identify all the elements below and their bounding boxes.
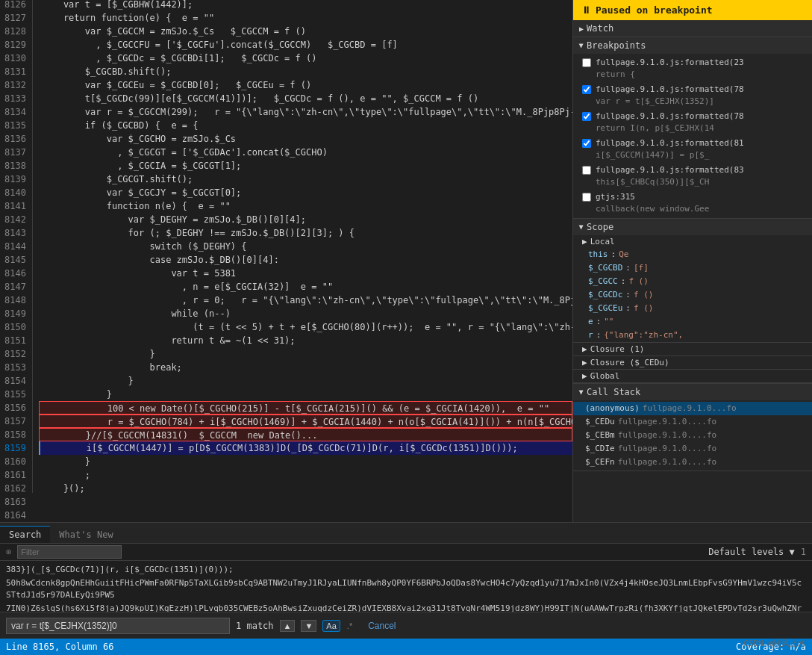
right-scroll[interactable]: ▶ Watch ▶ Breakpoints fullpage.9.1.0.js:… bbox=[573, 20, 812, 522]
global-header[interactable]: ▶ Global bbox=[573, 370, 812, 382]
code-line[interactable]: , n = e[$_CGCIA(32)] e = "" bbox=[39, 280, 572, 294]
line-number: 8130 bbox=[0, 52, 26, 65]
scope-header[interactable]: ▶ Scope bbox=[573, 219, 812, 235]
code-line[interactable]: var t = [$_CGBHW(1442)]; bbox=[39, 0, 572, 11]
breakpoint-item[interactable]: fullpage.9.1.0.js:formatted(23return { bbox=[573, 55, 812, 82]
code-line[interactable]: t[$_CGCDc(99)][e[$_CGCCM(41)])]; $_CGCDc… bbox=[39, 92, 572, 105]
code-editor[interactable]: 8124812581268127812881298130813181328133… bbox=[0, 0, 572, 522]
code-line[interactable]: break; bbox=[39, 361, 572, 374]
breakpoint-item[interactable]: fullpage.9.1.0.js:formatted(81i[$_CGCCM(… bbox=[573, 136, 812, 163]
prev-match-btn[interactable]: ▲ bbox=[280, 620, 296, 632]
scope-value: {"lang":"zh-cn", bbox=[604, 329, 683, 341]
code-line[interactable]: var $_CGCJY = $_CGCGT[0]; bbox=[39, 186, 572, 199]
bottom-tabs: Search What's New bbox=[0, 523, 812, 544]
call-stack-item[interactable]: $_CEDufullpage.9.1.0....fo bbox=[573, 415, 812, 429]
scope-item[interactable]: $_CGCEu: f () bbox=[573, 302, 812, 315]
code-line[interactable]: var $_CGCHO = zmSJo.$_Cs bbox=[39, 132, 572, 146]
breakpoint-checkbox[interactable] bbox=[582, 166, 591, 175]
closure-cedu-arrow: ▶ bbox=[582, 358, 587, 367]
watch-header[interactable]: ▶ Watch bbox=[573, 20, 812, 37]
code-line[interactable]: while (n--) bbox=[39, 307, 572, 320]
call-stack-item[interactable]: $_CEFnfullpage.9.1.0....fo bbox=[573, 456, 812, 469]
call-stack-item[interactable]: $_CEBmfullpage.9.1.0....fo bbox=[573, 429, 812, 442]
code-line[interactable]: } bbox=[39, 374, 572, 388]
code-line[interactable]: }(); bbox=[39, 482, 572, 493]
code-line[interactable]: } bbox=[39, 388, 572, 401]
code-line[interactable]: (t = (t << 5) + t + e[$_CGCHO(80)](r++))… bbox=[39, 320, 572, 334]
breakpoint-checkbox[interactable] bbox=[582, 139, 591, 148]
breakpoint-item[interactable]: fullpage.9.1.0.js:formatted(78return I(n… bbox=[573, 109, 812, 136]
cancel-btn[interactable]: Cancel bbox=[362, 619, 402, 633]
call-stack-item[interactable]: $_CDIefullpage.9.1.0....fo bbox=[573, 442, 812, 456]
code-line[interactable]: r = $_CGCHO(784) + i[$_CGCHO(1469)] + $_… bbox=[39, 415, 572, 428]
scope-item[interactable]: r: {"lang":"zh-cn", bbox=[573, 329, 812, 342]
closure1-header[interactable]: ▶ Closure (1) bbox=[573, 343, 812, 356]
scope-item[interactable]: this: Qe bbox=[573, 248, 812, 261]
scope-key: this bbox=[588, 249, 608, 261]
bottom-panel: Search What's New ⊙ Default levels ▼ 1 3… bbox=[0, 522, 812, 612]
code-line[interactable]: $_CGCGT.shift(); bbox=[39, 173, 572, 186]
code-line[interactable]: ; bbox=[39, 468, 572, 482]
status-bar: Line 8165, Column 66 Coverage: n/a bbox=[0, 639, 812, 655]
code-line[interactable]: 100 < new Date()[$_CGCHO(215)] - t[$_CGC… bbox=[39, 401, 572, 415]
code-line[interactable]: , $_CGCIA = $_CGCGT[1]; bbox=[39, 159, 572, 173]
closure-cedu-header[interactable]: ▶ Closure ($_CEDu) bbox=[573, 356, 812, 369]
code-line[interactable]: for (; $_DEGHY !== zmSJo.$_DB()[2][3]; )… bbox=[39, 226, 572, 240]
local-scope-header[interactable]: ▶ Local bbox=[573, 235, 812, 248]
code-line[interactable]: }//[$_CGCCM(14831() $_CGCCM new Date()..… bbox=[39, 428, 572, 441]
breakpoint-text: fullpage.9.1.0.js:formatted(78var r = t[… bbox=[596, 84, 806, 108]
breakpoint-item[interactable]: fullpage.9.1.0.js:formatted(78var r = t[… bbox=[573, 82, 812, 109]
scope-item[interactable]: $_CGCC: f () bbox=[573, 275, 812, 288]
code-line[interactable]: var t = 5381 bbox=[39, 267, 572, 280]
breakpoint-item[interactable]: fullpage.9.1.0.js:formatted(83this[$_CHB… bbox=[573, 163, 812, 190]
code-line[interactable]: , r = 0; r = "{\"lang\":\"zh-cn\",\"type… bbox=[39, 294, 572, 307]
code-line[interactable]: i[$_CGCCM(1447)] = p[D$_CGCCM(1383)]D(_[… bbox=[39, 441, 572, 455]
code-line[interactable]: var r = $_CGCCM(299); r = "{\"lang\":\"z… bbox=[39, 105, 572, 119]
code-line[interactable]: function n(e) { e = "" bbox=[39, 199, 572, 213]
call-stack-item[interactable]: (anonymous)fullpage.9.1.0...fo bbox=[573, 402, 812, 415]
code-line[interactable]: return function(e) { e = "" bbox=[39, 11, 572, 25]
scope-item[interactable]: e: "" bbox=[573, 315, 812, 329]
breakpoint-checkbox[interactable] bbox=[582, 112, 591, 121]
code-line[interactable]: return t &= ~(1 << 31); bbox=[39, 334, 572, 347]
breakpoint-item[interactable]: gtjs:315callback(new window.Gee bbox=[573, 190, 812, 217]
console-output[interactable]: 383}](_[$_CGCDc(71)](r, i[$_CGCDc(1351)]… bbox=[0, 561, 812, 612]
code-line[interactable]: , $_CGCCFU = ['$_CGCFu'].concat($_CGCCM)… bbox=[39, 38, 572, 52]
filter-input[interactable] bbox=[17, 545, 122, 559]
main-area: 8124812581268127812881298130813181328133… bbox=[0, 0, 812, 522]
code-line[interactable]: } bbox=[39, 455, 572, 468]
code-line[interactable]: $_CGCBD.shift(); bbox=[39, 65, 572, 78]
search-input[interactable] bbox=[6, 618, 230, 634]
call-stack-header[interactable]: ▶ Call Stack bbox=[573, 384, 812, 400]
local-label: Local bbox=[590, 237, 615, 246]
line-number: 8127 bbox=[0, 11, 26, 25]
scope-item[interactable]: $_CGCDc: f () bbox=[573, 288, 812, 302]
code-line[interactable]: switch ($_DEGHY) { bbox=[39, 240, 572, 253]
breakpoint-text: fullpage.9.1.0.js:formatted(81i[$_CGCCM(… bbox=[596, 137, 806, 161]
call-stack-list: (anonymous)fullpage.9.1.0...fo$_CEDufull… bbox=[573, 400, 812, 471]
code-line[interactable]: , $_CGCDc = $_CGCBDi[1]; $_CGCDc = f () bbox=[39, 52, 572, 65]
breakpoint-checkbox[interactable] bbox=[582, 58, 591, 67]
tab-whats-new[interactable]: What's New bbox=[50, 526, 122, 543]
code-line[interactable]: var $_CGCCM = zmSJo.$_Cs $_CGCCM = f () bbox=[39, 25, 572, 38]
code-content[interactable]: $_CGBGI.shift(); var $_CGBJd = $_CGBGI[0… bbox=[33, 0, 572, 493]
case-sensitive-btn[interactable]: Aa bbox=[322, 620, 340, 632]
code-line[interactable]: } bbox=[39, 347, 572, 361]
scope-item[interactable]: $_CGCBD: [f] bbox=[573, 261, 812, 275]
breakpoints-header[interactable]: ▶ Breakpoints bbox=[573, 37, 812, 54]
line-number: 8135 bbox=[0, 119, 26, 132]
tab-search[interactable]: Search bbox=[0, 526, 50, 543]
code-line[interactable]: if ($_CGCBD) { e = { bbox=[39, 119, 572, 132]
code-line[interactable]: var $_CGCEu = $_CGCBD[0]; $_CGCEu = f () bbox=[39, 78, 572, 92]
breakpoint-checkbox[interactable] bbox=[582, 85, 591, 94]
code-line[interactable]: , $_CGCGT = ['$_CGDAc'].concat($_CGCHO) bbox=[39, 146, 572, 159]
regex-btn[interactable]: .* bbox=[343, 620, 356, 632]
default-levels-btn[interactable]: Default levels ▼ bbox=[708, 547, 795, 557]
cs-file: fullpage.9.1.0...fo bbox=[643, 403, 737, 415]
next-match-btn[interactable]: ▼ bbox=[301, 620, 316, 632]
line-number: 8163 bbox=[0, 495, 26, 509]
line-number: 8139 bbox=[0, 173, 26, 186]
code-line[interactable]: var $_DEGHY = zmSJo.$_DB()[0][4]; bbox=[39, 213, 572, 226]
breakpoint-checkbox[interactable] bbox=[582, 193, 591, 202]
code-line[interactable]: case zmSJo.$_DB()[0][4]: bbox=[39, 253, 572, 267]
